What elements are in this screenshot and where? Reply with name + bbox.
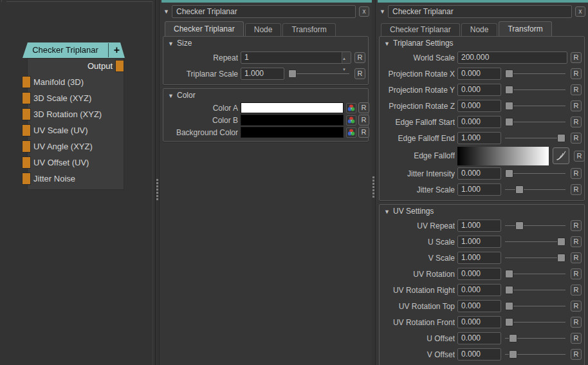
- collapse-arrow-icon[interactable]: ▼: [380, 8, 388, 15]
- slider-projection-rotate-z[interactable]: [505, 100, 565, 111]
- color-picker-button-background-color[interactable]: [346, 127, 356, 138]
- input-port-connector[interactable]: [22, 108, 31, 120]
- slider-handle-edge-falloff-start[interactable]: [505, 118, 513, 126]
- close-button[interactable]: x: [575, 6, 585, 17]
- slider-handle-projection-rotate-z[interactable]: [505, 102, 513, 110]
- reset-button-color-b[interactable]: R: [358, 115, 369, 126]
- input-u-offset[interactable]: 0.000: [457, 332, 501, 344]
- input-edge-falloff-start[interactable]: 0.000: [457, 116, 501, 128]
- input-port-connector[interactable]: [22, 140, 31, 153]
- input-world-scale[interactable]: 200.000: [457, 51, 567, 64]
- reset-button-u-scale[interactable]: R: [571, 236, 582, 247]
- reset-button-uv-rotation-top[interactable]: R: [571, 301, 582, 312]
- slider-handle-projection-rotate-y[interactable]: [505, 86, 513, 94]
- palette-title-field[interactable]: Checker Triplanar: [388, 5, 572, 18]
- color-picker-button-color-a[interactable]: [346, 103, 356, 113]
- output-port-connector[interactable]: [115, 60, 124, 72]
- reset-button-jitter-scale[interactable]: R: [571, 184, 582, 195]
- slider-uv-rotation[interactable]: [505, 268, 565, 279]
- slider-handle-uv-rotation[interactable]: [505, 270, 513, 278]
- reset-button-projection-rotate-x[interactable]: R: [571, 68, 582, 79]
- tab-transform[interactable]: Transform: [499, 21, 551, 36]
- node-add-button[interactable]: +: [109, 42, 125, 58]
- node-header[interactable]: Checker Triplanar +: [23, 42, 125, 58]
- input-v-offset[interactable]: 0.000: [457, 348, 501, 360]
- input-projection-rotate-y[interactable]: 0.000: [457, 84, 501, 96]
- input-port-connector[interactable]: [22, 76, 31, 88]
- slider-uv-rotation-top[interactable]: [505, 301, 565, 312]
- tab-checker-triplanar[interactable]: Checker Triplanar: [165, 21, 244, 36]
- input-jitter-intensity[interactable]: 0.000: [457, 167, 501, 180]
- input-edge-falloff-end[interactable]: 1.000: [457, 132, 501, 144]
- curve-editor-button[interactable]: [553, 147, 569, 164]
- reset-button-uv-rotation-right[interactable]: R: [571, 285, 582, 295]
- slider-handle-triplanar-scale[interactable]: [288, 70, 297, 78]
- input-uv-rotation[interactable]: 0.000: [457, 268, 501, 280]
- slider-handle-uv-rotation-right[interactable]: [505, 286, 513, 294]
- tab-node[interactable]: Node: [245, 23, 282, 36]
- reset-button-jitter-intensity[interactable]: R: [571, 168, 582, 179]
- reset-button-v-scale[interactable]: R: [571, 252, 582, 263]
- input-projection-rotate-z[interactable]: 0.000: [457, 100, 501, 112]
- slider-u-scale[interactable]: [505, 236, 565, 247]
- slider-handle-projection-rotate-x[interactable]: [505, 70, 513, 78]
- input-port-connector[interactable]: [22, 156, 31, 169]
- slider-jitter-intensity[interactable]: [505, 168, 565, 179]
- slider-handle-uv-rotation-top[interactable]: [505, 302, 513, 310]
- close-button[interactable]: x: [359, 6, 369, 17]
- reset-button-u-offset[interactable]: R: [571, 333, 582, 344]
- input-triplanar-scale[interactable]: 1.000: [241, 68, 284, 80]
- reset-button-projection-rotate-z[interactable]: R: [571, 100, 582, 111]
- slider-handle-u-offset[interactable]: [509, 334, 517, 342]
- slider-v-scale[interactable]: [505, 252, 565, 263]
- reset-button-edge-falloff-end[interactable]: R: [571, 133, 582, 144]
- input-u-scale[interactable]: 1.000: [457, 236, 501, 248]
- reset-button-triplanar-scale[interactable]: R: [354, 68, 365, 79]
- reset-button-uv-rotation[interactable]: R: [571, 268, 582, 279]
- slider-triplanar-scale[interactable]: [288, 68, 349, 79]
- falloff-gradient-preview[interactable]: [457, 147, 549, 165]
- tab-checker-triplanar[interactable]: Checker Triplanar: [381, 23, 460, 36]
- node-graph-canvas[interactable]: Checker Triplanar + Output Manifold (3D)…: [0, 0, 156, 365]
- group-header-size[interactable]: ▼Size: [163, 37, 368, 50]
- input-projection-rotate-x[interactable]: 0.000: [457, 68, 501, 80]
- reset-button-color-a[interactable]: R: [358, 102, 369, 113]
- color-swatch-background-color[interactable]: [241, 127, 344, 138]
- spin-up-button[interactable]: ▲: [342, 52, 351, 63]
- input-port-connector[interactable]: [22, 92, 31, 104]
- slider-handle-edge-falloff-end[interactable]: [557, 134, 565, 142]
- input-port-connector[interactable]: [22, 124, 31, 136]
- slider-v-offset[interactable]: [505, 349, 565, 360]
- slider-handle-v-offset[interactable]: [509, 350, 517, 359]
- input-jitter-scale[interactable]: 1.000: [457, 183, 501, 196]
- slider-u-offset[interactable]: [505, 333, 565, 344]
- color-swatch-color-b[interactable]: [241, 115, 344, 126]
- input-uv-repeat[interactable]: 1.000: [457, 220, 501, 232]
- slider-uv-rotation-front[interactable]: [505, 317, 565, 328]
- input-uv-rotation-right[interactable]: 0.000: [457, 284, 501, 296]
- reset-button-edge-falloff-start[interactable]: R: [571, 117, 582, 127]
- tab-transform[interactable]: Transform: [282, 23, 335, 36]
- input-v-scale[interactable]: 1.000: [457, 252, 501, 264]
- slider-handle-uv-rotation-front[interactable]: [505, 318, 513, 326]
- input-repeat[interactable]: 1▲▼: [241, 51, 351, 64]
- reset-button-uv-rotation-front[interactable]: R: [571, 317, 582, 328]
- tab-node[interactable]: Node: [461, 23, 498, 36]
- node-checker-triplanar[interactable]: Checker Triplanar + Output Manifold (3D)…: [23, 42, 125, 190]
- slider-handle-u-scale[interactable]: [557, 238, 565, 246]
- slider-uv-repeat[interactable]: [505, 220, 565, 231]
- slider-uv-rotation-right[interactable]: [505, 285, 565, 295]
- slider-edge-falloff-end[interactable]: [505, 133, 565, 144]
- reset-button-background-color[interactable]: R: [358, 127, 369, 138]
- slider-edge-falloff-start[interactable]: [505, 117, 565, 127]
- slider-projection-rotate-y[interactable]: [505, 84, 565, 95]
- slider-handle-jitter-scale[interactable]: [515, 185, 524, 194]
- reset-button-projection-rotate-y[interactable]: R: [571, 84, 582, 95]
- color-swatch-color-a[interactable]: [241, 102, 344, 113]
- reset-button-edge-falloff[interactable]: R: [574, 151, 585, 162]
- group-header-triplanar-settings[interactable]: ▼Triplanar Settings: [380, 37, 584, 50]
- slider-handle-uv-repeat[interactable]: [515, 221, 524, 230]
- palette-title-field[interactable]: Checker Triplanar: [172, 5, 356, 18]
- group-header-uv-settings[interactable]: ▼UV Settings: [380, 205, 584, 218]
- slider-jitter-scale[interactable]: [505, 184, 565, 195]
